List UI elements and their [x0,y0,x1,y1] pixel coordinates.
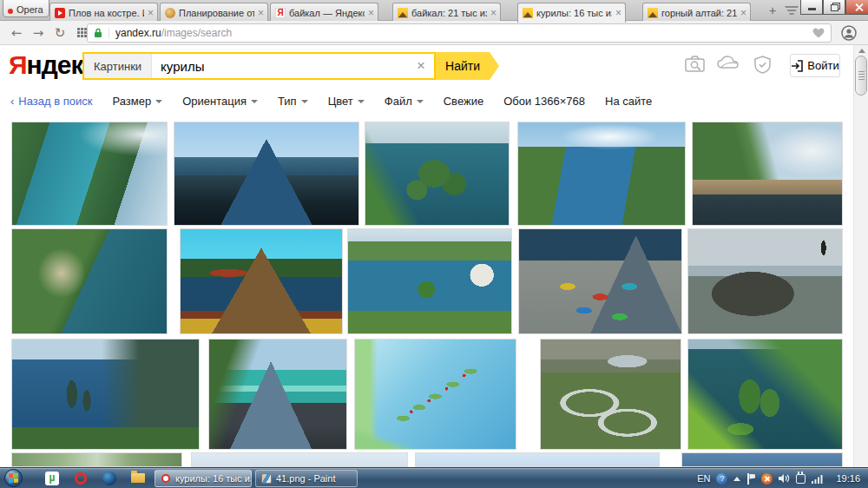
tab-menu-icon[interactable] [785,6,799,15]
restore-button[interactable] [823,0,845,15]
image-result[interactable] [11,122,168,226]
image-result[interactable] [347,228,512,334]
back-chevron-icon: ‹ [10,95,14,108]
help-icon[interactable]: ? [716,473,727,485]
image-result[interactable] [11,339,200,450]
search-input[interactable]: курилы [152,54,408,78]
browser-pinned-icon[interactable] [102,472,116,485]
clear-search-icon[interactable]: × [408,54,434,78]
image-search-camera-icon[interactable] [685,56,705,72]
network-signal-icon[interactable] [812,474,823,484]
opera-menu-button[interactable]: Opera [3,0,49,17]
tab-planirovanie[interactable]: Планирование отпуска × [160,3,268,22]
filter-on-site[interactable]: На сайте [605,95,652,108]
tab-title: курилы: 16 тыс изобра [536,8,612,18]
back-link-label: Назад в поиск [18,95,92,108]
close-icon[interactable]: × [737,7,750,19]
close-icon[interactable]: × [144,7,157,19]
filter-bar: ‹Назад в поиск Размер Ориентация Тип Цве… [10,93,652,109]
taskbar-task-opera[interactable]: курилы: 16 тыс изо... [155,470,252,487]
profile-button[interactable] [838,23,859,43]
image-result[interactable] [191,452,408,467]
filter-label: Обои 1366×768 [503,95,585,108]
image-result[interactable] [354,339,516,450]
start-button[interactable] [4,469,23,487]
alert-icon[interactable] [761,473,773,485]
youtube-favicon [55,8,65,18]
tab-kurily-images-active[interactable]: курилы: 16 тыс изобра × [517,3,626,23]
image-result[interactable] [518,228,682,334]
filter-wallpapers[interactable]: Обои 1366×768 [503,95,585,108]
close-icon[interactable]: × [487,7,500,19]
close-icon[interactable]: × [254,7,267,19]
image-result[interactable] [365,122,510,226]
filter-file[interactable]: Файл [385,95,424,108]
image-result[interactable] [11,452,182,467]
filter-label: Ориентация [182,95,247,108]
image-result[interactable] [180,228,343,334]
protect-shield-icon[interactable] [754,56,771,74]
image-result[interactable] [540,339,681,450]
image-result[interactable] [692,122,843,226]
taskbar-task-paint[interactable]: 41.png - Paint [255,470,358,487]
minimize-button[interactable] [800,0,823,15]
page-scrollbar[interactable] [853,45,868,467]
filter-label: Тип [278,95,297,108]
filter-label: Цвет [328,95,353,108]
language-indicator[interactable]: EN [697,473,710,484]
address-bar[interactable]: yandex.ru /images/search [87,23,832,43]
tab-gorny-altai-images[interactable]: горный алтай: 21 тыс из × [642,3,751,22]
filter-fresh[interactable]: Свежие [444,95,483,108]
utorrent-pinned-icon[interactable]: µ [45,472,59,485]
image-result[interactable] [687,228,843,334]
search-submit-button[interactable]: Найти [436,52,490,80]
explorer-folder-icon[interactable] [131,473,145,483]
back-to-search-link[interactable]: ‹Назад в поиск [10,95,92,108]
url-path: /images/search [161,27,232,39]
tab-title: байкал: 21 тыс изобра [411,8,487,18]
scrollbar-thumb[interactable] [855,56,867,96]
scroll-up-icon[interactable] [858,49,865,53]
search-box[interactable]: Картинки курилы × [82,52,436,80]
chevron-down-icon [155,100,162,103]
filter-size[interactable]: Размер [112,95,162,108]
filter-type[interactable]: Тип [278,95,308,108]
image-result[interactable] [687,339,843,450]
image-result[interactable] [415,452,660,467]
close-icon[interactable]: × [612,7,625,19]
device-icon[interactable] [796,474,806,484]
image-result[interactable] [208,339,347,450]
image-result[interactable] [517,122,686,226]
tab-baikal-images[interactable]: байкал: 21 тыс изобра × [392,3,501,22]
tab-baikal-search[interactable]: Я байкал — Яндекс: нашл × [270,3,378,22]
show-hidden-icons[interactable] [733,477,740,481]
new-tab-button[interactable]: + [764,3,781,18]
filter-orientation[interactable]: Ориентация [182,95,258,108]
ssl-lock-icon[interactable] [88,28,109,38]
image-result[interactable] [174,122,359,226]
tab-plov[interactable]: Плов на костре. Из пра × [49,3,158,22]
reload-icon[interactable]: ↻ [50,23,69,43]
back-icon[interactable]: ← [7,23,26,43]
volume-icon[interactable] [779,473,790,484]
paint-icon [261,473,272,484]
login-arrow-icon [791,60,803,72]
tab-title: байкал — Яндекс: нашл [289,8,365,18]
tab-title: Планирование отпуска [179,8,254,18]
login-button[interactable]: Войти [790,54,840,77]
close-window-button[interactable] [845,0,868,15]
forward-icon[interactable]: → [29,23,48,43]
filter-label: Файл [385,95,412,108]
tab-title: Плов на костре. Из пра [69,8,144,18]
taskbar-clock[interactable]: 19:16 [836,473,860,484]
opera-pinned-icon[interactable] [74,472,88,485]
image-result[interactable] [681,452,843,467]
bookmark-heart-icon[interactable] [806,28,831,38]
action-center-flag-icon[interactable] [746,473,755,485]
filter-color[interactable]: Цвет [328,95,365,108]
image-result[interactable] [11,228,168,334]
close-icon[interactable]: × [365,7,378,19]
yandex-images-favicon [398,8,408,18]
logo-letter: Я [9,50,27,79]
yandex-disk-cloud-icon[interactable] [717,56,741,71]
